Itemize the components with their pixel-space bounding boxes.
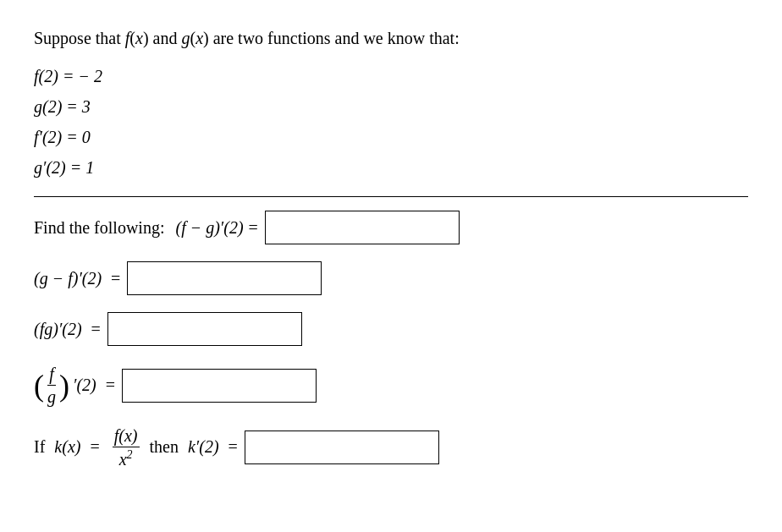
equals-2: = <box>107 269 120 288</box>
problem-row-5: If k(x) = f(x) x2 then k′(2) = <box>34 425 748 470</box>
right-paren-4: ) <box>59 370 69 401</box>
kx-denominator: x2 <box>118 447 135 470</box>
answer-box-4[interactable] <box>122 369 317 403</box>
problem-row-4: ( f g ) ′(2) = <box>34 363 748 408</box>
expr-f-over-g: ′(2) <box>69 376 96 395</box>
left-paren-4: ( <box>34 370 44 401</box>
expr-gf-diff: (g − f)′(2) <box>34 269 102 288</box>
k-def-k: k(x) <box>54 437 80 457</box>
expr-fg-prod: (fg)′(2) <box>34 320 82 339</box>
kx-numerator: f(x) <box>113 425 140 447</box>
answer-box-1[interactable] <box>265 211 460 244</box>
equals-4: = <box>102 376 115 395</box>
then-text: then <box>141 437 183 457</box>
given-fprime2: f′(2) = 0 <box>34 122 748 152</box>
given-gprime2: g′(2) = 1 <box>34 152 748 183</box>
main-content: Suppose that f(x) and g(x) are two funct… <box>34 25 748 470</box>
divider <box>34 196 748 197</box>
problem-row-2: (g − f)′(2) = <box>34 261 748 295</box>
expr-fg-diff: (f − g)′(2) <box>175 218 243 238</box>
given-f2: f(2) = − 2 <box>34 61 748 91</box>
given-values: f(2) = − 2 g(2) = 3 f′(2) = 0 g′(2) = 1 <box>34 61 748 183</box>
equals-1: = <box>249 218 258 238</box>
equals-3: = <box>87 320 101 339</box>
find-label: Find the following: <box>34 218 168 238</box>
fraction-f-over-g: f g <box>46 363 58 408</box>
if-text: If <box>34 437 49 457</box>
equals-5a: = <box>85 437 103 457</box>
problem-row-3: (fg)′(2) = <box>34 312 748 346</box>
equals-5b: = <box>224 437 238 457</box>
answer-box-2[interactable] <box>127 261 322 295</box>
answer-box-5[interactable] <box>245 431 439 464</box>
fraction-kx: f(x) x2 <box>113 425 140 470</box>
answer-box-3[interactable] <box>107 312 302 346</box>
intro-text: Suppose that f(x) and g(x) are two funct… <box>34 25 748 51</box>
fraction-denominator: g <box>46 386 58 408</box>
problem-row-1: Find the following: (f − g)′(2) = <box>34 211 748 244</box>
k-prime: k′(2) <box>188 437 219 457</box>
fraction-numerator: f <box>47 363 56 386</box>
given-g2: g(2) = 3 <box>34 91 748 122</box>
